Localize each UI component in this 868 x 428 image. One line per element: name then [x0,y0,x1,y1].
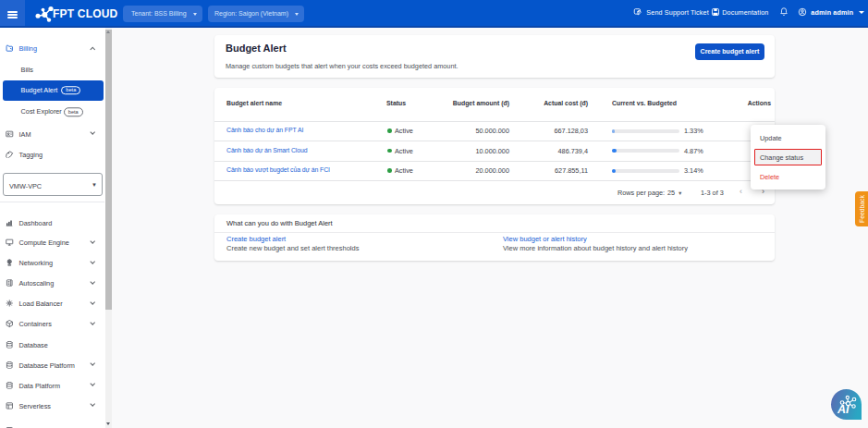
svg-text:AI: AI [837,403,850,416]
